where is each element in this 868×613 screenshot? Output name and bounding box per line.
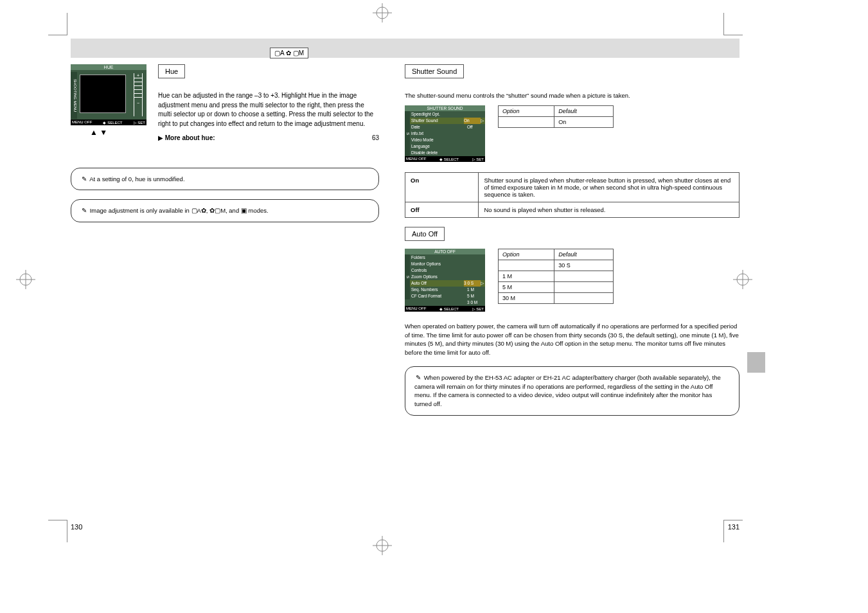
menu-set-label: ▷ SET — [472, 306, 484, 311]
hue-callout1-text: At a setting of 0, hue is unmodified. — [89, 175, 184, 182]
hue-preview-area — [80, 75, 126, 113]
shutter-screen-side: S — [405, 111, 410, 156]
crop-mark-tr — [723, 13, 743, 35]
list-item: CF Card Format — [411, 293, 467, 299]
hue-minus: − — [134, 101, 142, 105]
list-item: Auto Off — [411, 280, 464, 287]
list-item: Zoom Options — [411, 274, 484, 280]
list-value: 1 M — [467, 287, 484, 293]
list-value: Off — [467, 124, 484, 130]
list-value: On — [464, 118, 481, 124]
crop-mark-bl — [48, 520, 67, 542]
shutter-screen-title: SHUTTER SOUND — [405, 105, 485, 111]
table-cell: Off — [405, 202, 479, 217]
hue-screenshot: HUE SHOOTING MENU + − MENU OFF ◆ SELECT … — [71, 64, 146, 137]
note-icon: ✎ — [80, 206, 88, 215]
registration-mark-bottom — [373, 536, 392, 555]
menu-off-label: MENU OFF — [406, 306, 426, 311]
list-item: Controls — [411, 267, 484, 274]
table-cell: 5 M — [499, 281, 554, 292]
table-cell: 1 M — [499, 271, 554, 281]
list-item: Shutter Sound — [411, 118, 464, 124]
autooff-callout: ✎ When powered by the EH-53 AC adapter o… — [405, 366, 740, 416]
shutter-default-table: OptionDefault On — [498, 105, 614, 128]
table-header: Option — [499, 249, 554, 260]
hue-submenu-label: Hue — [158, 64, 185, 78]
hue-screen-title: HUE — [71, 64, 146, 70]
table-header: Option — [499, 105, 554, 116]
list-item: Video Mode — [411, 137, 484, 143]
shutter-submenu-label: Shutter Sound — [405, 64, 464, 78]
autooff-default-table: OptionDefault 30 S 1 M 5 M 30 M — [498, 249, 614, 304]
hue-screen-sidetab: SHOOTING MENU — [71, 72, 77, 119]
table-cell: No sound is played when shutter is relea… — [479, 202, 740, 217]
note-icon: ✎ — [414, 373, 422, 382]
shutter-screenshot: SHUTTER SOUND S Speedlight Opt. Shutter … — [405, 105, 485, 162]
table-cell: 30 S — [554, 260, 614, 271]
shutter-intro: The shutter-sound menu controls the “shu… — [405, 91, 740, 100]
list-item: info.txt — [411, 130, 484, 137]
page-number-left: 130 — [71, 523, 82, 531]
autooff-screenshot: AUTO OFF S Folders Monitor Options Contr… — [405, 249, 485, 312]
menu-set-label: ▷ SET — [472, 157, 484, 161]
menu-off-label: MENU OFF — [406, 157, 426, 161]
hue-plus: + — [134, 73, 142, 78]
autooff-submenu-label: Auto Off — [405, 227, 445, 241]
hue-arrows: ▲ ▼ — [71, 128, 146, 137]
autooff-intro: When operated on battery power, the came… — [405, 322, 740, 357]
left-column: HUE SHOOTING MENU + − MENU OFF ◆ SELECT … — [71, 64, 379, 416]
table-cell: Shutter sound is played when shutter-rel… — [479, 172, 740, 202]
page-number-right: 131 — [728, 523, 740, 531]
thumb-index-tab — [747, 352, 765, 373]
hue-set-label: ▷ SET — [134, 120, 145, 125]
table-cell: On — [405, 172, 479, 202]
autooff-screen-title: AUTO OFF — [405, 249, 485, 254]
shutter-options-table: On Shutter sound is played when shutter-… — [405, 172, 740, 218]
list-item: Date — [411, 124, 467, 130]
chevron-right-icon: ▷ — [481, 280, 484, 287]
list-value: 5 M — [467, 293, 484, 299]
hue-description: Hue can be adjusted in the range –3 to +… — [158, 91, 379, 129]
hue-select-label: ◆ SELECT — [103, 120, 122, 125]
autooff-screen-side: S — [405, 254, 410, 299]
list-item: Monitor Options — [411, 261, 484, 267]
table-cell: On — [554, 116, 614, 127]
note-icon: ✎ — [80, 175, 88, 184]
hue-scale: + − — [134, 73, 143, 116]
hue-more-text: More about hue: — [165, 134, 215, 141]
menu-select-label: ◆ SELECT — [439, 157, 459, 161]
table-header: Default — [554, 249, 614, 260]
list-item: Speedlight Opt. — [411, 111, 484, 118]
table-cell: 30 M — [499, 292, 554, 303]
list-item: Disable delete — [411, 150, 484, 156]
hue-callout-2: ✎ Image adjustment is only available in … — [71, 199, 379, 222]
header-bar: ▢A ✿ ▢M — [71, 39, 740, 58]
list-item — [411, 299, 467, 306]
chevron-right-icon: ▷ — [481, 118, 484, 124]
crop-mark-tl — [48, 13, 67, 35]
hue-callout2-text: Image adjustment is only available in ▢A… — [90, 207, 269, 214]
table-header: Default — [554, 105, 614, 116]
menu-select-label: ◆ SELECT — [439, 306, 459, 311]
hue-off-label: MENU OFF — [72, 120, 92, 125]
list-item: Seq. Numbers — [411, 287, 467, 293]
hue-more-page: 63 — [372, 134, 379, 143]
autooff-callout-text: When powered by the EH-53 AC adapter or … — [414, 374, 721, 407]
registration-mark-left — [16, 270, 35, 289]
right-column: Shutter Sound The shutter-sound menu con… — [405, 64, 740, 416]
list-value: 3 0 S — [464, 280, 481, 287]
triangle-icon: ▶ — [158, 134, 163, 143]
list-value: 3 0 M — [467, 299, 484, 306]
header-mode-icons: ▢A ✿ ▢M — [270, 48, 308, 58]
list-item: Folders — [411, 254, 484, 261]
hue-more-link: ▶ More about hue: 63 — [158, 134, 379, 143]
list-item: Language — [411, 143, 484, 150]
hue-callout-1: ✎ At a setting of 0, hue is unmodified. — [71, 168, 379, 191]
registration-mark-top — [373, 3, 392, 22]
